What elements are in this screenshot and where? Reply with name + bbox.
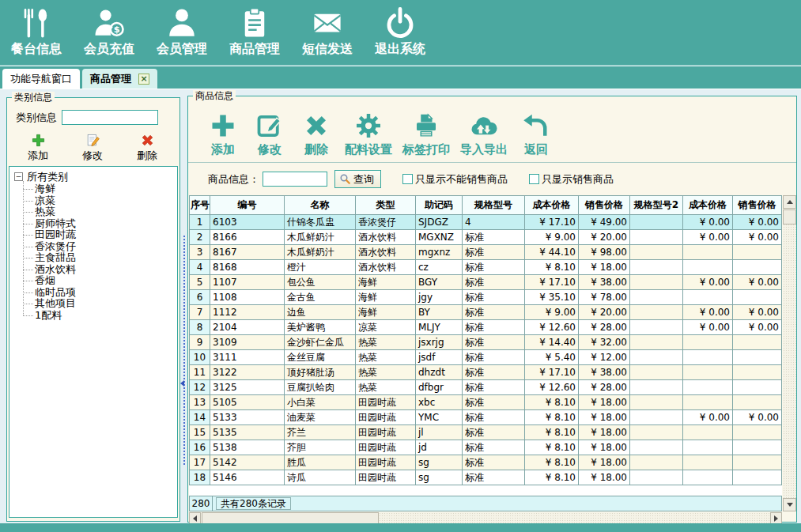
table-row[interactable]: 165138芥胆田园时蔬jd标准¥ 8.10¥ 18.00	[190, 440, 782, 455]
scroll-down-button[interactable]	[783, 498, 796, 511]
table-row[interactable]: 93109金沙虾仁金瓜热菜jsxrjg标准¥ 14.40¥ 32.00	[190, 335, 782, 350]
checkbox-icon[interactable]	[529, 174, 539, 184]
table-row[interactable]: 175142胜瓜田园时蔬sg标准¥ 8.10¥ 18.00	[190, 455, 782, 470]
table-cell[interactable]: ¥ 38.00	[579, 275, 630, 290]
table-cell[interactable]: 边鱼	[285, 305, 356, 320]
table-cell[interactable]: 1112	[210, 305, 285, 320]
table-cell[interactable]: 田园时蔬	[356, 455, 416, 470]
table-cell[interactable]	[683, 380, 733, 395]
table-cell[interactable]: 胜瓜	[285, 455, 356, 470]
table-cell[interactable]: 酒水饮料	[356, 230, 416, 245]
table-cell[interactable]	[683, 455, 733, 470]
table-cell[interactable]: 8166	[210, 230, 285, 245]
table-cell[interactable]	[630, 260, 683, 275]
toolbar-item-member-recharge[interactable]: $ 会员充值	[82, 6, 136, 58]
table-cell[interactable]: 小白菜	[285, 395, 356, 410]
table-cell[interactable]: 什锦冬瓜盅	[285, 215, 356, 230]
table-cell[interactable]: 5135	[210, 425, 285, 440]
table-cell[interactable]: YMC	[416, 410, 463, 425]
column-header[interactable]: 编号	[210, 196, 285, 215]
table-cell[interactable]: ¥ 38.00	[579, 365, 630, 380]
table-cell[interactable]: ¥ 9.00	[525, 305, 579, 320]
row-number-cell[interactable]: 4	[190, 260, 210, 275]
table-cell[interactable]: 金丝豆腐	[285, 350, 356, 365]
table-cell[interactable]: 田园时蔬	[356, 440, 416, 455]
table-cell[interactable]: ¥ 78.00	[579, 290, 630, 305]
column-header[interactable]: 规格型号	[463, 196, 525, 215]
table-cell[interactable]: ¥ 32.00	[579, 335, 630, 350]
table-cell[interactable]: 诗瓜	[285, 470, 356, 485]
horizontal-scrollbar[interactable]	[189, 512, 782, 524]
vertical-scrollbar[interactable]	[783, 195, 796, 511]
table-cell[interactable]: ¥ 9.00	[525, 230, 579, 245]
table-cell[interactable]: 标准	[463, 425, 525, 440]
table-cell[interactable]: 5105	[210, 395, 285, 410]
row-number-cell[interactable]: 15	[190, 425, 210, 440]
table-cell[interactable]: ¥ 18.00	[579, 410, 630, 425]
panel-splitter[interactable]	[183, 236, 185, 465]
table-cell[interactable]: ¥ 28.00	[579, 380, 630, 395]
table-row[interactable]: 113122顶好猪肚汤热菜dhzdt标准¥ 17.10¥ 38.00	[190, 365, 782, 380]
table-cell[interactable]: 1107	[210, 275, 285, 290]
table-cell[interactable]: ¥ 0.00	[733, 275, 782, 290]
table-cell[interactable]: ¥ 0.00	[733, 215, 782, 230]
table-cell[interactable]	[683, 350, 733, 365]
table-cell[interactable]	[630, 425, 683, 440]
edit-product-button[interactable]: 修改	[251, 111, 288, 157]
horizontal-scroll-thumb[interactable]	[202, 512, 379, 524]
column-header[interactable]: 助记码	[416, 196, 463, 215]
table-cell[interactable]	[733, 335, 782, 350]
table-cell[interactable]	[733, 260, 782, 275]
table-cell[interactable]: ¥ 14.40	[525, 335, 579, 350]
table-cell[interactable]	[630, 440, 683, 455]
table-row[interactable]: 51107包公鱼海鲜BGY标准¥ 17.10¥ 38.00¥ 0.00¥ 0.0…	[190, 275, 782, 290]
table-cell[interactable]: 标准	[463, 350, 525, 365]
table-cell[interactable]: 3111	[210, 350, 285, 365]
tree-item[interactable]: 其他项目	[35, 298, 177, 310]
collapse-icon[interactable]: −	[14, 172, 23, 181]
row-number-cell[interactable]: 17	[190, 455, 210, 470]
table-cell[interactable]: 海鲜	[356, 305, 416, 320]
tree-item[interactable]: 热菜	[35, 206, 177, 218]
table-cell[interactable]	[630, 320, 683, 335]
table-cell[interactable]	[630, 365, 683, 380]
table-cell[interactable]	[630, 335, 683, 350]
tab-product-management[interactable]: 商品管理 ×	[82, 69, 157, 89]
table-cell[interactable]: 酒水饮料	[356, 245, 416, 260]
table-cell[interactable]: 芥兰	[285, 425, 356, 440]
table-cell[interactable]: 包公鱼	[285, 275, 356, 290]
column-header[interactable]: 成本价格	[683, 196, 733, 215]
table-cell[interactable]: 香浓煲仔	[356, 215, 416, 230]
table-cell[interactable]: ¥ 0.00	[683, 275, 733, 290]
table-cell[interactable]: 5142	[210, 455, 285, 470]
tree-root[interactable]: − 所有类别	[14, 171, 177, 183]
table-row[interactable]: 28166木瓜鲜奶汁酒水饮料MGXNZ标准¥ 9.00¥ 20.00¥ 0.00…	[190, 230, 782, 245]
table-cell[interactable]	[733, 350, 782, 365]
table-cell[interactable]: 金古鱼	[285, 290, 356, 305]
table-row[interactable]: 82104美炉酱鸭凉菜MLJY标准¥ 12.60¥ 28.00¥ 0.00¥ 0…	[190, 320, 782, 335]
table-cell[interactable]: ¥ 0.00	[733, 320, 782, 335]
table-cell[interactable]	[683, 245, 733, 260]
scroll-left-button[interactable]	[189, 512, 201, 524]
table-cell[interactable]: 标准	[463, 245, 525, 260]
table-cell[interactable]: 标准	[463, 320, 525, 335]
add-product-button[interactable]: 添加	[205, 111, 241, 157]
table-cell[interactable]: 标准	[463, 395, 525, 410]
table-cell[interactable]: 5146	[210, 470, 285, 485]
table-cell[interactable]: 4	[463, 215, 525, 230]
table-cell[interactable]: 标准	[463, 410, 525, 425]
delete-category-button[interactable]: 删除	[137, 133, 157, 163]
tree-item[interactable]: 临时品项	[35, 287, 177, 299]
table-cell[interactable]: 凉菜	[356, 320, 416, 335]
table-cell[interactable]: 热菜	[356, 335, 416, 350]
table-row[interactable]: 135105小白菜田园时蔬xbc标准¥ 8.10¥ 18.00	[190, 395, 782, 410]
table-row[interactable]: 16103什锦冬瓜盅香浓煲仔SJDGZ4¥ 17.10¥ 49.00¥ 0.00…	[190, 215, 782, 230]
row-number-cell[interactable]: 18	[190, 470, 210, 485]
table-cell[interactable]	[630, 410, 683, 425]
table-cell[interactable]	[733, 380, 782, 395]
table-cell[interactable]: ¥ 8.10	[525, 470, 579, 485]
toolbar-item-product-management[interactable]: 商品管理	[228, 6, 281, 58]
table-row[interactable]: 155135芥兰田园时蔬jl标准¥ 8.10¥ 18.00	[190, 425, 782, 440]
table-cell[interactable]	[683, 365, 733, 380]
table-cell[interactable]: ¥ 18.00	[579, 260, 630, 275]
